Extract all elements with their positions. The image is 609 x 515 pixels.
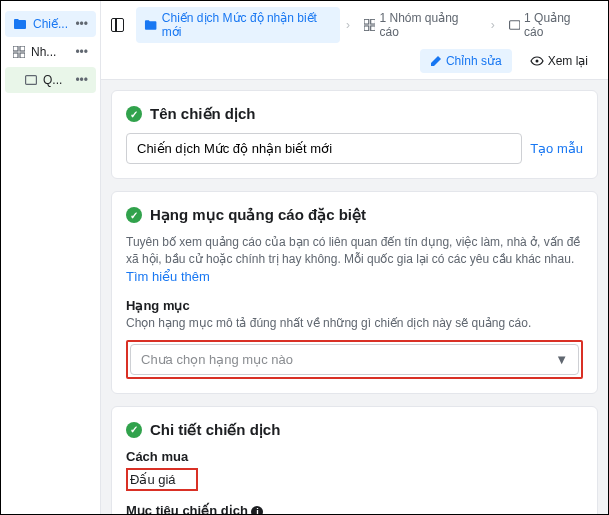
buying-type-value: Đấu giá — [126, 468, 198, 491]
breadcrumb-adset-label: 1 Nhóm quảng cáo — [379, 11, 476, 39]
category-hint: Chọn hạng mục mô tả đúng nhất về những g… — [126, 315, 583, 332]
svg-rect-3 — [20, 53, 25, 58]
svg-rect-2 — [13, 53, 18, 58]
more-icon[interactable]: ••• — [75, 73, 88, 87]
buying-type-label: Cách mua — [126, 449, 583, 464]
review-label: Xem lại — [548, 54, 588, 68]
grid-icon — [364, 19, 375, 31]
breadcrumb-ad[interactable]: 1 Quảng cáo — [501, 7, 598, 43]
review-button[interactable]: Xem lại — [520, 49, 598, 73]
rectangle-icon — [509, 20, 520, 30]
svg-rect-1 — [20, 46, 25, 51]
chevron-right-icon: › — [346, 18, 350, 32]
campaign-details-heading: Chi tiết chiến dịch — [150, 421, 280, 439]
sidebar-label: Nh... — [31, 45, 71, 59]
learn-more-link[interactable]: Tìm hiểu thêm — [126, 269, 210, 284]
category-select[interactable]: Chưa chọn hạng mục nào ▼ — [130, 344, 579, 375]
svg-rect-9 — [509, 21, 519, 29]
category-select-highlight: Chưa chọn hạng mục nào ▼ — [126, 340, 583, 379]
edit-button[interactable]: Chỉnh sửa — [420, 49, 512, 73]
sidebar-label: Chiế... — [33, 17, 71, 31]
campaign-name-heading: Tên chiến dịch — [150, 105, 256, 123]
chevron-down-icon: ▼ — [555, 352, 568, 367]
sidebar: Chiế... ••• Nh... ••• Q... ••• — [1, 1, 101, 514]
campaign-name-input[interactable] — [126, 133, 522, 164]
chevron-right-icon: › — [491, 18, 495, 32]
sidebar-item-ad[interactable]: Q... ••• — [5, 67, 96, 93]
eye-icon — [530, 56, 544, 66]
breadcrumb: Chiến dịch Mức độ nhận biết mới › 1 Nhóm… — [111, 7, 598, 43]
sidebar-item-adset[interactable]: Nh... ••• — [5, 39, 96, 65]
info-icon[interactable]: i — [251, 506, 263, 514]
check-icon: ✓ — [126, 422, 142, 438]
rectangle-icon — [25, 75, 37, 85]
sidebar-item-campaign[interactable]: Chiế... ••• — [5, 11, 96, 37]
svg-rect-6 — [371, 19, 376, 24]
breadcrumb-adset[interactable]: 1 Nhóm quảng cáo — [356, 7, 485, 43]
special-category-title: ✓ Hạng mục quảng cáo đặc biệt — [126, 206, 583, 224]
top-actions: Chỉnh sửa Xem lại — [111, 49, 598, 73]
svg-rect-8 — [371, 26, 376, 31]
content: ✓ Tên chiến dịch Tạo mẫu ✓ Hạng mục quản… — [101, 80, 608, 514]
folder-icon — [144, 19, 157, 31]
breadcrumb-campaign[interactable]: Chiến dịch Mức độ nhận biết mới — [136, 7, 340, 43]
campaign-name-card: ✓ Tên chiến dịch Tạo mẫu — [111, 90, 598, 179]
special-category-heading: Hạng mục quảng cáo đặc biệt — [150, 206, 366, 224]
breadcrumb-campaign-label: Chiến dịch Mức độ nhận biết mới — [162, 11, 332, 39]
svg-rect-0 — [13, 46, 18, 51]
check-icon: ✓ — [126, 106, 142, 122]
svg-rect-7 — [364, 26, 369, 31]
campaign-name-title: ✓ Tên chiến dịch — [126, 105, 583, 123]
main-panel: Chiến dịch Mức độ nhận biết mới › 1 Nhóm… — [101, 1, 608, 514]
edit-label: Chỉnh sửa — [446, 54, 502, 68]
svg-rect-5 — [364, 19, 369, 24]
pencil-icon — [430, 55, 442, 67]
breadcrumb-ad-label: 1 Quảng cáo — [524, 11, 590, 39]
folder-icon — [13, 18, 27, 30]
campaign-details-title: ✓ Chi tiết chiến dịch — [126, 421, 583, 439]
check-icon: ✓ — [126, 207, 142, 223]
special-category-card: ✓ Hạng mục quảng cáo đặc biệt Tuyên bố x… — [111, 191, 598, 394]
campaign-details-card: ✓ Chi tiết chiến dịch Cách mua Đấu giá M… — [111, 406, 598, 514]
grid-icon — [13, 46, 25, 58]
category-placeholder: Chưa chọn hạng mục nào — [141, 352, 293, 367]
more-icon[interactable]: ••• — [75, 45, 88, 59]
svg-point-10 — [535, 60, 538, 63]
category-label: Hạng mục — [126, 298, 583, 313]
objective-label: Mục tiêu chiến dịch i — [126, 503, 583, 514]
svg-rect-4 — [26, 76, 37, 85]
more-icon[interactable]: ••• — [75, 17, 88, 31]
panel-toggle-icon[interactable] — [111, 18, 124, 32]
topbar: Chiến dịch Mức độ nhận biết mới › 1 Nhóm… — [101, 1, 608, 80]
create-template-link[interactable]: Tạo mẫu — [530, 141, 583, 156]
sidebar-label: Q... — [43, 73, 71, 87]
special-category-desc: Tuyên bố xem quảng cáo của bạn có liên q… — [126, 234, 583, 286]
